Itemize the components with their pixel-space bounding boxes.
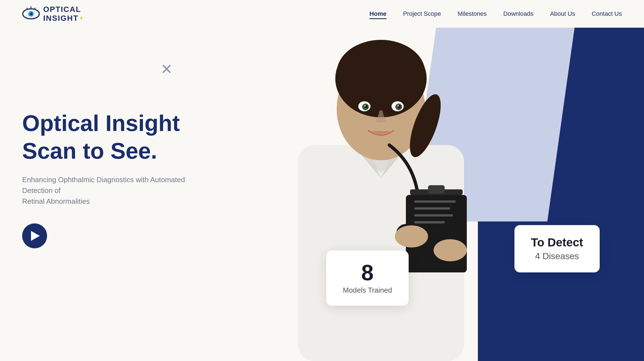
svg-point-33 xyxy=(434,239,467,261)
svg-rect-31 xyxy=(414,221,445,223)
svg-rect-29 xyxy=(414,207,450,210)
models-number: 8 xyxy=(343,262,392,284)
detect-title: To Detect xyxy=(531,236,583,249)
hero-section: ✕ Optical Insight Scan to See. Enhancing… xyxy=(0,28,644,361)
svg-point-22 xyxy=(364,105,366,107)
nav-link-project-scope[interactable]: Project Scope xyxy=(403,10,441,17)
nav-item-about-us[interactable]: About Us xyxy=(550,10,575,17)
logo-icon xyxy=(22,5,40,23)
svg-rect-27 xyxy=(428,185,445,194)
nav-link-contact-us[interactable]: Contact Us xyxy=(592,10,622,17)
stat-card-detect: To Detect 4 Diseases xyxy=(514,225,600,272)
nav-link-about-us[interactable]: About Us xyxy=(550,10,575,17)
hero-title-line1: Optical Insight xyxy=(22,111,216,136)
logo-text-optical: OPTICAL xyxy=(43,5,84,14)
detect-label: 4 Diseases xyxy=(531,251,583,261)
svg-point-14 xyxy=(337,40,425,106)
navbar: OPTICAL INSIGHT+ Home Project Scope Mile… xyxy=(0,0,644,28)
play-button[interactable] xyxy=(22,223,47,248)
nav-link-milestones[interactable]: Milestones xyxy=(458,10,487,17)
svg-rect-28 xyxy=(414,200,456,203)
models-label: Models Trained xyxy=(343,286,392,295)
hero-title-line2: Scan to See. xyxy=(22,138,216,163)
svg-point-3 xyxy=(30,12,31,14)
play-icon xyxy=(31,231,40,241)
svg-point-23 xyxy=(397,105,399,107)
svg-point-32 xyxy=(395,225,428,247)
doctor-svg xyxy=(256,29,506,361)
nav-item-contact-us[interactable]: Contact Us xyxy=(592,10,622,17)
hero-content: Optical Insight Scan to See. Enhancing O… xyxy=(22,111,216,248)
logo-plus: + xyxy=(80,15,84,22)
nav-item-project-scope[interactable]: Project Scope xyxy=(403,10,441,17)
svg-rect-30 xyxy=(414,214,453,216)
logo-text: OPTICAL INSIGHT+ xyxy=(43,5,84,23)
nav-link-downloads[interactable]: Downloads xyxy=(503,10,534,17)
nav-item-downloads[interactable]: Downloads xyxy=(503,10,534,17)
nav-item-home[interactable]: Home xyxy=(370,10,387,17)
logo: OPTICAL INSIGHT+ xyxy=(22,5,84,23)
stat-card-models: 8 Models Trained xyxy=(326,251,409,306)
doctor-image xyxy=(256,28,506,361)
logo-text-insight: INSIGHT+ xyxy=(43,14,84,23)
nav-link-home[interactable]: Home xyxy=(370,10,387,19)
cross-decoration: ✕ xyxy=(161,61,173,78)
nav-links: Home Project Scope Milestones Downloads … xyxy=(370,10,622,17)
nav-item-milestones[interactable]: Milestones xyxy=(458,10,487,17)
hero-subtitle: Enhancing Ophthalmic Diagnostics with Au… xyxy=(22,174,216,207)
